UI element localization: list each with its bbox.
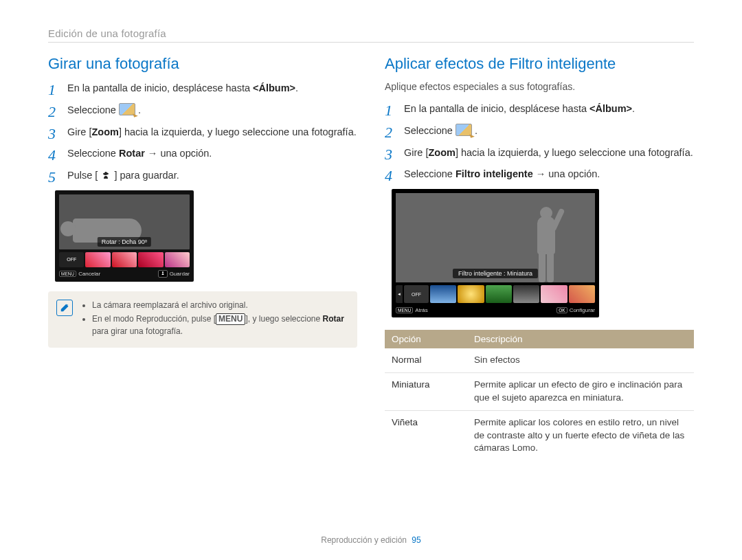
rotate-thumb: [165, 252, 190, 267]
album-tag: <Álbum>: [253, 82, 295, 93]
filter-mode-label: Filtro inteligente : Miniatura: [453, 269, 538, 278]
step-number: 1: [385, 99, 392, 122]
left-column: Girar una fotografía 1 En la pantalla de…: [48, 55, 357, 460]
filter-section-title: Aplicar efectos de Filtro inteligente: [385, 55, 694, 73]
table-row: Miniatura Permite aplicar un efecto de g…: [385, 372, 694, 410]
rotate-step-2: 2 Seleccione .: [48, 103, 357, 118]
menu-keycap-icon: MENU: [59, 271, 76, 277]
step-number: 2: [385, 121, 392, 144]
filter-steps: 1 En la pantalla de inicio, desplácese h…: [385, 102, 694, 182]
rotate-thumb: [112, 252, 137, 267]
option-name: Normal: [385, 348, 467, 372]
filter-thumb: [513, 285, 539, 303]
filter-step-4: 4 Seleccione Filtro inteligente → una op…: [385, 167, 694, 182]
step-number: 3: [385, 143, 392, 166]
step-number: 3: [48, 122, 56, 145]
rotate-thumb: [85, 252, 110, 267]
table-header-description: Descripción: [467, 330, 694, 348]
note-item: En el modo Reproducción, pulse [MENU], y…: [92, 313, 348, 337]
filter-thumb: [486, 285, 512, 303]
lcd-config-hint: OK Configurar: [556, 307, 595, 313]
filter-thumb: [430, 285, 456, 303]
rotate-step-5: 5 Pulse [ ] para guardar.: [48, 168, 357, 183]
option-name: Viñeta: [385, 410, 467, 460]
note-info-icon: [56, 300, 73, 316]
rotate-thumbnail-strip: OFF: [59, 252, 190, 267]
page-number: 95: [412, 535, 420, 545]
ok-keycap-icon: OK: [556, 307, 567, 313]
filter-options-table: Opción Descripción Normal Sin efectos Mi…: [385, 330, 694, 460]
rotate-section-title: Girar una fotografía: [48, 55, 357, 73]
edit-photo-icon: [119, 103, 135, 115]
rotate-step-4: 4 Seleccione Rotar → una opción.: [48, 146, 357, 161]
step-number: 1: [48, 78, 56, 101]
step-number: 4: [48, 144, 56, 166]
page-footer: Reproducción y edición 95: [0, 535, 742, 545]
menu-key-inline: MENU: [216, 313, 245, 324]
table-row: Viñeta Permite aplicar los colores en es…: [385, 410, 694, 460]
page: Edición de una fotografía Girar una foto…: [0, 0, 742, 460]
rotate-off-thumb: OFF: [59, 252, 84, 267]
option-description: Sin efectos: [467, 348, 694, 372]
option-description: Permite aplicar un efecto de giro e incl…: [467, 372, 694, 410]
lcd-main-preview: Rotar : Dcha 90º: [59, 194, 190, 249]
rotate-lcd-preview: Rotar : Dcha 90º OFF MENU Cancelar: [55, 190, 194, 282]
right-column: Aplicar efectos de Filtro inteligente Ap…: [385, 55, 694, 460]
lcd-back-hint: MENU Atrás: [396, 307, 428, 313]
filter-intro: Aplique efectos especiales a sus fotogra…: [385, 81, 694, 92]
step-text: En la pantalla de inicio, desplácese has…: [67, 82, 253, 93]
filter-thumb: [541, 285, 567, 303]
filter-thumbnail-strip: ◄ OFF: [396, 285, 595, 303]
edit-photo-icon: [456, 124, 472, 136]
filter-thumb: [569, 285, 595, 303]
filter-thumb: [458, 285, 484, 303]
macro-flower-icon: [100, 170, 111, 181]
rotate-step-1: 1 En la pantalla de inicio, desplácese h…: [48, 81, 357, 96]
step-text: Seleccione: [67, 104, 119, 115]
step-number: 2: [48, 100, 56, 123]
step-number: 5: [48, 166, 56, 188]
table-row: Normal Sin efectos: [385, 348, 694, 372]
rotate-step-3: 3 Gire [Zoom] hacia la izquierda, y lueg…: [48, 125, 357, 140]
filter-step-1: 1 En la pantalla de inicio, desplácese h…: [385, 102, 694, 117]
lcd-footer: MENU Atrás OK Configurar: [396, 307, 595, 313]
note-item: La cámara reemplazará el archivo origina…: [92, 300, 348, 311]
filter-step-2: 2 Seleccione .: [385, 124, 694, 139]
content-columns: Girar una fotografía 1 En la pantalla de…: [48, 55, 694, 460]
scroll-left-tab-icon: ◄: [396, 285, 403, 303]
filter-main-preview: Filtro inteligente : Miniatura: [396, 193, 595, 282]
option-name: Miniatura: [385, 372, 467, 410]
lcd-save-hint: Guardar: [158, 270, 190, 278]
rotate-note-box: La cámara reemplazará el archivo origina…: [48, 291, 357, 348]
menu-keycap-icon: MENU: [396, 307, 413, 313]
rotate-steps: 1 En la pantalla de inicio, desplácese h…: [48, 81, 357, 183]
table-header-option: Opción: [385, 330, 467, 348]
footer-section: Reproducción y edición: [321, 535, 407, 545]
macro-keycap-icon: [158, 270, 168, 278]
breadcrumb: Edición de una fotografía: [48, 27, 694, 43]
step-number: 4: [385, 164, 392, 187]
filter-off-thumb: OFF: [404, 285, 429, 303]
option-description: Permite aplicar los colores en estilo re…: [467, 410, 694, 460]
filter-lcd-preview: Filtro inteligente : Miniatura ◄ OFF MEN…: [392, 189, 599, 317]
rotate-mode-label: Rotar : Dcha 90º: [98, 237, 151, 247]
filter-step-3: 3 Gire [Zoom] hacia la izquierda, y lueg…: [385, 146, 694, 161]
note-list: La cámara reemplazará el archivo origina…: [82, 300, 348, 337]
rotate-thumb: [138, 252, 163, 267]
lcd-cancel-hint: MENU Cancelar: [59, 270, 100, 278]
lcd-footer: MENU Cancelar Guardar: [59, 270, 190, 278]
